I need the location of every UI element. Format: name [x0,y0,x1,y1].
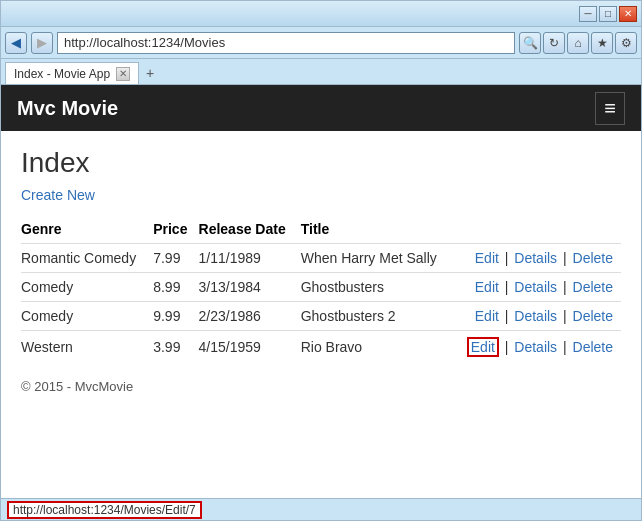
details-link[interactable]: Details [514,308,557,324]
col-genre: Genre [21,215,153,244]
cell-actions: Edit | Details | Delete [455,273,621,302]
cell-title: Ghostbusters 2 [301,302,456,331]
cell-genre: Western [21,331,153,364]
close-button[interactable]: ✕ [619,6,637,22]
maximize-button[interactable]: □ [599,6,617,22]
col-title: Title [301,215,456,244]
cell-release-date: 3/13/1984 [199,273,301,302]
table-row: Romantic Comedy 7.99 1/11/1989 When Harr… [21,244,621,273]
home-icon[interactable]: ⌂ [567,32,589,54]
settings-icon[interactable]: ⚙ [615,32,637,54]
address-input[interactable] [57,32,515,54]
sep1: | [505,279,513,295]
cell-actions: Edit | Details | Delete [455,244,621,273]
status-url: http://localhost:1234/Movies/Edit/7 [7,501,202,519]
title-bar: ─ □ ✕ [1,1,641,27]
cell-price: 9.99 [153,302,198,331]
page-title: Index [21,147,621,179]
table-row: Comedy 9.99 2/23/1986 Ghostbusters 2 Edi… [21,302,621,331]
delete-link[interactable]: Delete [573,250,613,266]
sep2: | [563,308,571,324]
browser-icons: 🔍 ↻ ⌂ ★ ⚙ [519,32,637,54]
delete-link[interactable]: Delete [573,308,613,324]
browser-tab[interactable]: Index - Movie App ✕ [5,62,139,84]
movies-table: Genre Price Release Date Title Romantic … [21,215,621,363]
favorites-icon[interactable]: ★ [591,32,613,54]
details-link[interactable]: Details [514,279,557,295]
cell-price: 3.99 [153,331,198,364]
cell-release-date: 1/11/1989 [199,244,301,273]
app-navbar: Mvc Movie ≡ [1,85,641,131]
cell-actions: Edit | Details | Delete [455,331,621,364]
cell-price: 8.99 [153,273,198,302]
edit-link[interactable]: Edit [467,337,499,357]
cell-title: Rio Bravo [301,331,456,364]
new-tab-button[interactable]: + [139,62,161,84]
app-brand: Mvc Movie [17,97,118,120]
cell-price: 7.99 [153,244,198,273]
delete-link[interactable]: Delete [573,279,613,295]
minimize-button[interactable]: ─ [579,6,597,22]
edit-link[interactable]: Edit [475,279,499,295]
sep2: | [563,339,571,355]
table-header-row: Genre Price Release Date Title [21,215,621,244]
refresh-icon[interactable]: ↻ [543,32,565,54]
back-button[interactable]: ◀ [5,32,27,54]
page-content: Index Create New Genre Price Release Dat… [1,131,641,498]
hamburger-menu[interactable]: ≡ [595,92,625,125]
forward-button[interactable]: ▶ [31,32,53,54]
cell-release-date: 4/15/1959 [199,331,301,364]
edit-link[interactable]: Edit [475,250,499,266]
details-link[interactable]: Details [514,339,557,355]
cell-title: When Harry Met Sally [301,244,456,273]
details-link[interactable]: Details [514,250,557,266]
col-actions [455,215,621,244]
tab-bar: Index - Movie App ✕ + [1,59,641,85]
col-release-date: Release Date [199,215,301,244]
window: ─ □ ✕ ◀ ▶ 🔍 ↻ ⌂ ★ ⚙ Index - Movie App ✕ … [0,0,642,521]
cell-release-date: 2/23/1986 [199,302,301,331]
cell-genre: Romantic Comedy [21,244,153,273]
cell-genre: Comedy [21,302,153,331]
table-row: Comedy 8.99 3/13/1984 Ghostbusters Edit … [21,273,621,302]
page-footer: © 2015 - MvcMovie [21,379,621,394]
search-icon[interactable]: 🔍 [519,32,541,54]
col-price: Price [153,215,198,244]
cell-title: Ghostbusters [301,273,456,302]
sep2: | [563,279,571,295]
tab-close-button[interactable]: ✕ [116,67,130,81]
title-bar-buttons: ─ □ ✕ [579,6,637,22]
delete-link[interactable]: Delete [573,339,613,355]
address-bar-area: ◀ ▶ 🔍 ↻ ⌂ ★ ⚙ [1,27,641,59]
tab-label: Index - Movie App [14,67,110,81]
sep1: | [505,308,513,324]
sep1: | [505,250,513,266]
create-new-link[interactable]: Create New [21,187,95,203]
table-row: Western 3.99 4/15/1959 Rio Bravo Edit | … [21,331,621,364]
sep1: | [505,339,513,355]
sep2: | [563,250,571,266]
cell-actions: Edit | Details | Delete [455,302,621,331]
edit-link[interactable]: Edit [475,308,499,324]
status-bar: http://localhost:1234/Movies/Edit/7 [1,498,641,520]
cell-genre: Comedy [21,273,153,302]
